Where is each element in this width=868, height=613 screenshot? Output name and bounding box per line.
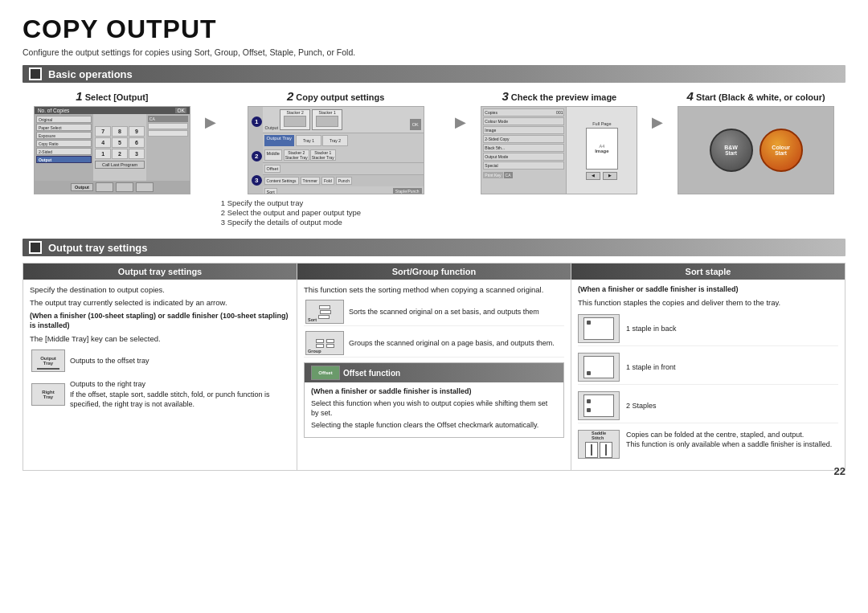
- output-tray-item: OutputTray Outputs to the offset tray: [30, 348, 290, 374]
- offset-icon: Offset: [311, 366, 340, 380]
- circle-3: 3: [252, 175, 262, 186]
- staple-front-icon: [578, 353, 620, 382]
- staple-2-desc: 2 Staples: [626, 401, 657, 411]
- step-2-image: 1 2 3 Output Stacker 2: [248, 106, 424, 194]
- step-2-notes: 1 Specify the output tray 2 Select the o…: [219, 198, 452, 227]
- step-2: 2 Copy output settings 1 2 3 Output Sta: [219, 89, 452, 227]
- sort-group-card-header: Sort/Group function: [297, 264, 571, 280]
- page-title: COPY OUTPUT: [23, 14, 845, 44]
- step-3-image: Copies001 Colour Mode Image 2-Sided Copy…: [481, 106, 637, 194]
- step-2-label: 2 Copy output settings: [219, 89, 452, 103]
- step-3-label: 3 Check the preview image: [469, 89, 649, 103]
- offset-header-label: Offset function: [343, 369, 400, 378]
- output-tray-desc: Outputs to the offset tray: [70, 356, 149, 366]
- output-tray-icon: OutputTray: [31, 349, 65, 372]
- page-number: 22: [834, 465, 845, 477]
- output-cards: Output tray settings Specify the destina…: [23, 263, 845, 471]
- step-4-label: 4 Start (Black & white, or colour): [666, 89, 845, 103]
- staple-front-item: 1 staple in front: [578, 350, 838, 385]
- staple-2-icon: [578, 391, 620, 420]
- saddle-stitch-icon: SaddleStitch: [578, 430, 620, 459]
- sort-group-card-body: This function sets the sorting method wh…: [297, 280, 571, 470]
- step-1-label: 1 Select [Output]: [23, 89, 202, 103]
- basic-ops-title: Basic operations: [48, 68, 133, 80]
- right-tray-icon: RightTray: [31, 383, 65, 406]
- staple-2-item: 2 Staples: [578, 389, 838, 423]
- group-desc: Groups the scanned original on a page ba…: [349, 338, 555, 349]
- arrow-1: [202, 113, 219, 131]
- saddle-stitch-desc: Copies can be folded at the centre, stap…: [626, 430, 832, 450]
- sort-item: Sort Sorts the scanned original on a set…: [304, 298, 564, 326]
- staple-front-desc: 1 staple in front: [626, 362, 676, 373]
- arrow-2: [452, 113, 469, 131]
- group-icon: Group: [305, 331, 344, 355]
- color-start-button[interactable]: Colour Start: [760, 129, 803, 172]
- circle-2: 2: [252, 151, 262, 161]
- right-tray-desc: Outputs to the right trayIf the offset, …: [70, 379, 289, 410]
- sort-group-card: Sort/Group function This function sets t…: [297, 264, 571, 470]
- offset-body: (When a finisher or saddle finisher is i…: [305, 382, 563, 436]
- output-tray-card-body: Specify the destination to output copies…: [23, 280, 297, 470]
- sort-icon: Sort: [305, 300, 344, 324]
- step-4: 4 Start (Black & white, or colour) B&W S…: [666, 89, 845, 194]
- offset-card: Offset Offset function (When a finisher …: [304, 362, 564, 437]
- bw-start-button[interactable]: B&W Start: [710, 129, 753, 172]
- circle-1: 1: [252, 116, 262, 127]
- step-4-image: B&W Start Colour Start: [678, 106, 834, 194]
- step-1: 1 Select [Output] No. of Copies OK Origi…: [23, 89, 202, 194]
- sort-staple-card-body: (When a finisher or saddle finisher is i…: [571, 280, 845, 470]
- output-tray-title: Output tray settings: [48, 242, 148, 254]
- output-tray-header: Output tray settings: [23, 239, 845, 256]
- basic-operations-section: Basic operations 1 Select [Output] No. o…: [23, 65, 845, 227]
- step-1-image: No. of Copies OK Original Paper Select E…: [34, 106, 190, 194]
- right-tray-item: RightTray Outputs to the right trayIf th…: [30, 378, 290, 411]
- output-tray-card: Output tray settings Specify the destina…: [23, 264, 297, 470]
- arrow-3: [649, 113, 666, 131]
- staple-back-item: 1 staple in back: [578, 312, 838, 346]
- group-item: Group Groups the scanned original on a p…: [304, 329, 564, 358]
- output-tray-section: Output tray settings Output tray setting…: [23, 239, 845, 471]
- sort-staple-card: Sort staple (When a finisher or saddle f…: [571, 264, 845, 470]
- saddle-stitch-item: SaddleStitch Copies can be folded at th: [578, 427, 838, 461]
- page-wrapper: COPY OUTPUT Configure the output setting…: [0, 0, 868, 485]
- sort-desc: Sorts the scanned original on a set basi…: [349, 307, 539, 317]
- staple-back-desc: 1 staple in back: [626, 324, 677, 334]
- step-3: 3 Check the preview image Copies001 Colo…: [469, 89, 649, 194]
- sort-staple-card-header: Sort staple: [571, 264, 845, 280]
- page-subtitle: Configure the output settings for copies…: [23, 47, 845, 57]
- staple-back-icon: [578, 314, 620, 343]
- steps-row: 1 Select [Output] No. of Copies OK Origi…: [23, 89, 845, 227]
- output-tray-card-header: Output tray settings: [23, 264, 297, 280]
- offset-header: Offset Offset function: [305, 363, 563, 382]
- basic-ops-header: Basic operations: [23, 65, 845, 83]
